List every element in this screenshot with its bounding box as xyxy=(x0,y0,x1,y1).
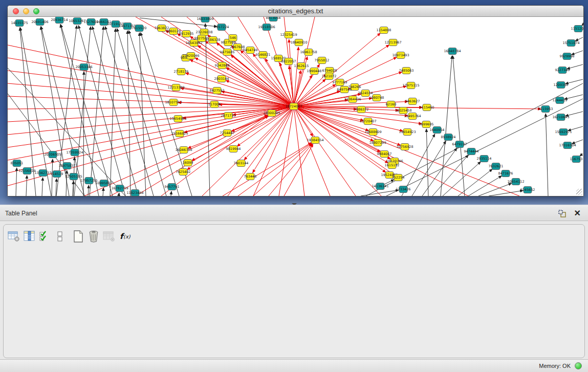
graph-node[interactable]: 11823448 xyxy=(126,190,143,196)
graph-node[interactable]: 12156819 xyxy=(18,168,35,174)
graph-node[interactable]: 546 xyxy=(229,35,237,41)
graph-node[interactable]: 15654985 xyxy=(169,116,186,122)
network-canvas[interactable]: 1872400714035575206914062093671410653267… xyxy=(8,17,583,196)
graph-node[interactable]: 16848784 xyxy=(444,48,461,55)
edge[interactable] xyxy=(468,176,502,196)
graph-node[interactable]: 16210643 xyxy=(552,114,569,121)
graph-node[interactable]: 9245652 xyxy=(520,187,535,193)
graph-node[interactable]: 16543892 xyxy=(185,40,202,47)
graph-node[interactable]: 763448 xyxy=(244,173,257,180)
edge[interactable] xyxy=(171,191,171,196)
graph-node[interactable]: 16782759 xyxy=(111,185,128,192)
citation-edge[interactable] xyxy=(186,73,294,106)
delete-table-button[interactable] xyxy=(86,229,101,244)
edge[interactable] xyxy=(119,193,119,196)
window-resize-grip[interactable] xyxy=(576,189,582,195)
edge[interactable] xyxy=(74,27,91,196)
graph-node[interactable]: 117006 xyxy=(208,101,221,108)
edge[interactable] xyxy=(61,25,113,196)
graph-node[interactable]: 9699695 xyxy=(419,121,434,128)
graph-node[interactable]: 2803144 xyxy=(214,76,229,82)
graph-node[interactable]: 1244419 xyxy=(553,97,568,104)
graph-node[interactable]: 21364436 xyxy=(344,96,361,103)
select-columns-button[interactable] xyxy=(37,229,52,244)
citation-edge[interactable] xyxy=(294,106,519,196)
graph-node[interactable]: 20691406 xyxy=(31,19,48,26)
edge[interactable] xyxy=(478,183,512,196)
graph-node[interactable]: 10756928 xyxy=(396,144,413,150)
show-columns-button[interactable] xyxy=(21,229,37,244)
edge[interactable] xyxy=(412,141,446,196)
graph-node[interactable]: 15692971 xyxy=(555,129,572,136)
graph-node[interactable]: 12213967 xyxy=(384,39,401,46)
graph-node[interactable]: 1151204 xyxy=(571,26,583,32)
graph-node[interactable]: 9463627 xyxy=(405,98,420,105)
edge[interactable] xyxy=(92,27,138,196)
graph-node[interactable]: 8813054 xyxy=(266,17,281,21)
graph-node[interactable]: 20936714 xyxy=(51,17,68,24)
edge[interactable] xyxy=(426,129,428,196)
graph-node[interactable]: 7986372 xyxy=(354,106,369,113)
graph-node[interactable]: 17975115 xyxy=(402,82,419,89)
citation-edge[interactable] xyxy=(8,106,294,173)
graph-node[interactable]: 8938924 xyxy=(441,134,456,141)
graph-node[interactable]: 20206505 xyxy=(44,151,61,158)
graph-node[interactable]: 1209358 xyxy=(554,82,569,89)
graph-node[interactable]: 7857224 xyxy=(214,24,229,31)
graph-node[interactable]: 18640910 xyxy=(290,39,307,46)
edge[interactable] xyxy=(546,114,548,196)
edge[interactable] xyxy=(103,188,103,196)
citation-edge[interactable] xyxy=(253,143,312,196)
graph-node[interactable]: 2718176 xyxy=(174,69,189,75)
graph-node[interactable]: 18807299 xyxy=(369,140,386,146)
graph-node[interactable]: 6479197 xyxy=(452,141,467,148)
edge[interactable] xyxy=(361,190,399,196)
close-panel-icon[interactable]: ✕ xyxy=(574,209,581,218)
citation-edge[interactable] xyxy=(289,39,294,106)
graph-node[interactable]: 19384554 xyxy=(307,137,323,144)
graph-node[interactable]: 7485063 xyxy=(399,68,414,74)
edge[interactable] xyxy=(60,25,99,196)
edge[interactable] xyxy=(83,72,84,196)
graph-node[interactable]: 9115460 xyxy=(420,104,434,111)
graph-node[interactable]: 15166825 xyxy=(171,130,188,137)
network-window-titlebar[interactable]: citations_edges.txt xyxy=(8,6,583,17)
graph-node[interactable]: 9819944 xyxy=(226,146,241,152)
graph-node[interactable]: 835051 xyxy=(11,160,24,167)
graph-node[interactable]: 16099 xyxy=(183,160,193,166)
minimize-window-button[interactable] xyxy=(23,8,29,14)
edge[interactable] xyxy=(105,27,154,196)
edge[interactable] xyxy=(26,176,27,196)
graph-node[interactable]: 15751074 xyxy=(562,40,579,47)
edge[interactable] xyxy=(580,154,583,156)
graph-node[interactable]: 17016504 xyxy=(559,142,576,149)
graph-node[interactable]: 8427552 xyxy=(210,87,225,94)
graph-node[interactable]: 17359924 xyxy=(66,149,83,156)
edge[interactable] xyxy=(441,56,452,196)
graph-node[interactable]: 30975837 xyxy=(58,163,75,169)
graph-node[interactable]: 12325419 xyxy=(280,32,297,38)
graph-node[interactable]: 13342737 xyxy=(34,170,51,177)
citation-edge[interactable] xyxy=(238,143,312,196)
graph-node[interactable]: 8186328 xyxy=(206,37,221,43)
row-height-button[interactable] xyxy=(52,229,68,244)
citation-edge[interactable] xyxy=(161,17,294,106)
graph-node[interactable]: 9929966 xyxy=(560,53,575,60)
graph-node[interactable]: 7254487 xyxy=(220,130,235,137)
graph-node[interactable]: 7625402 xyxy=(176,169,191,176)
graph-node[interactable]: 1615152 xyxy=(385,162,400,169)
graph-node[interactable]: 19218506 xyxy=(258,24,275,31)
edge[interactable] xyxy=(443,162,481,196)
graph-node[interactable]: 19654923 xyxy=(399,129,416,136)
citation-network-graph[interactable]: 1872400714035575206914062093671410653267… xyxy=(8,17,583,196)
edge[interactable] xyxy=(42,178,43,196)
graph-node[interactable]: 9475685 xyxy=(220,49,235,56)
graph-node[interactable]: 1362615 xyxy=(294,63,309,70)
graph-node[interactable]: 62160 xyxy=(386,101,397,108)
graph-node[interactable]: 23226038 xyxy=(195,29,212,36)
graph-node[interactable]: 15720407 xyxy=(359,118,376,125)
graph-node[interactable]: 1080748 xyxy=(369,95,384,101)
graph-node[interactable]: 9884067 xyxy=(377,151,392,158)
graph-node[interactable]: 9227349 xyxy=(555,67,570,74)
function-builder-button[interactable]: f (x) xyxy=(119,229,134,244)
